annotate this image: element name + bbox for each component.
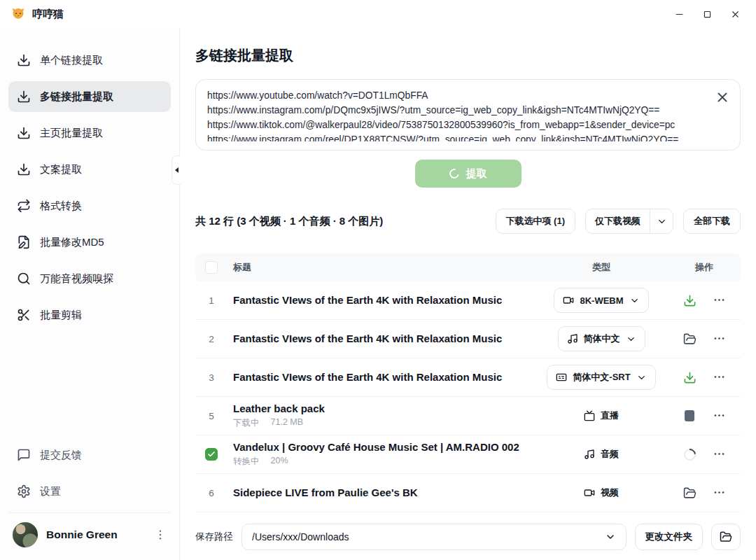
table-body: 1 Fantastic VIews of the Earth 4K with R… bbox=[195, 281, 741, 551]
url-textarea[interactable]: https://www.youtube.com/watch?v=DOT1LmQb… bbox=[207, 88, 708, 141]
row-title: Leather back pack bbox=[233, 402, 535, 416]
minimize-icon bbox=[674, 9, 685, 20]
ellipsis-icon bbox=[713, 370, 726, 384]
folder-open-icon bbox=[720, 531, 732, 543]
sidebar-item-0[interactable]: 单个链接提取 bbox=[8, 45, 171, 76]
download-selected-button[interactable]: 下载选中项 (1) bbox=[496, 209, 576, 234]
summary-row: 共 12 行 (3 个视频 · 1 个音频 · 8 个图片) 下载选中项 (1)… bbox=[195, 209, 741, 234]
download-all-button[interactable]: 全部下载 bbox=[683, 209, 741, 234]
sidebar-item-5[interactable]: 批量修改MD5 bbox=[8, 227, 171, 258]
chevron-down-icon bbox=[629, 295, 640, 306]
sidebar-collapse-handle[interactable] bbox=[172, 155, 181, 185]
sidebar-footer-item-0[interactable]: 提交反馈 bbox=[8, 440, 171, 470]
open-folder-button[interactable] bbox=[682, 332, 696, 346]
message-icon bbox=[17, 448, 31, 462]
url-input-box: https://www.youtube.com/watch?v=DOT1LmQb… bbox=[195, 79, 741, 150]
format-select[interactable]: 8K-WEBM bbox=[554, 288, 648, 313]
sidebar-item-2[interactable]: 主页批量提取 bbox=[8, 118, 171, 148]
app-window: 哼哼猫 单个链接提取 多链接批量提取 主页批量提取 文案提取 格式转换 批量修改… bbox=[0, 0, 756, 560]
search-icon bbox=[17, 272, 31, 286]
progress-spinner bbox=[682, 447, 696, 461]
table-row[interactable]: 6 Sidepiece LIVE from Paulie Gee's BK 视频 bbox=[195, 474, 741, 512]
sidebar-item-3[interactable]: 文案提取 bbox=[8, 154, 171, 185]
user-name: Bonnie Green bbox=[46, 528, 118, 541]
download-button[interactable] bbox=[682, 370, 696, 384]
save-path-select[interactable]: /Users/xxx/Downloads bbox=[241, 524, 626, 550]
titlebar: 哼哼猫 bbox=[0, 0, 756, 28]
sidebar-item-1[interactable]: 多链接批量提取 bbox=[8, 81, 171, 112]
change-folder-label: 更改文件夹 bbox=[645, 531, 693, 542]
more-menu-button[interactable] bbox=[712, 447, 726, 461]
row-detail: 20% bbox=[271, 456, 288, 468]
close-button[interactable] bbox=[727, 6, 743, 22]
header-actions: 操作 bbox=[668, 261, 741, 274]
download-button[interactable] bbox=[682, 293, 696, 307]
download-video-only-button[interactable]: 仅下载视频 bbox=[585, 209, 673, 234]
table-row[interactable]: Vandelux | Groovy Café House Music Set |… bbox=[195, 435, 741, 474]
user-menu-button[interactable] bbox=[154, 528, 167, 541]
page-title: 多链接批量提取 bbox=[195, 46, 741, 65]
table-row[interactable]: 2 Fantastic VIews of the Earth 4K with R… bbox=[195, 320, 741, 358]
download-icon bbox=[17, 126, 31, 140]
format-label: 8K-WEBM bbox=[580, 295, 623, 306]
download-all-label: 全部下载 bbox=[694, 215, 730, 227]
more-menu-button[interactable] bbox=[712, 409, 726, 423]
row-checkbox[interactable] bbox=[205, 448, 218, 461]
select-all-checkbox[interactable] bbox=[205, 261, 218, 274]
clear-input-button[interactable] bbox=[715, 90, 730, 105]
sidebar-item-6[interactable]: 万能音视频嗅探 bbox=[8, 263, 171, 294]
row-index: 1 bbox=[205, 295, 218, 306]
more-menu-button[interactable] bbox=[712, 370, 726, 384]
results-table: 标题 类型 操作 1 Fantastic VIews of the Earth … bbox=[195, 253, 741, 551]
maximize-button[interactable] bbox=[699, 6, 715, 22]
row-detail: 71.2 MB bbox=[271, 417, 304, 429]
row-title: Fantastic VIews of the Earth 4K with Rel… bbox=[233, 371, 535, 384]
table-row[interactable]: 1 Fantastic VIews of the Earth 4K with R… bbox=[195, 281, 741, 320]
row-subtitle: 下载中 71.2 MB bbox=[233, 417, 535, 429]
window-controls bbox=[671, 6, 743, 22]
user-row[interactable]: Bonnie Green bbox=[8, 512, 171, 550]
type-label-group: 视频 bbox=[584, 486, 619, 499]
maximize-icon bbox=[702, 9, 713, 20]
extract-button-label: 提取 bbox=[466, 167, 487, 181]
format-select[interactable]: 简体中文-SRT bbox=[547, 365, 655, 390]
sidebar-nav: 单个链接提取 多链接批量提取 主页批量提取 文案提取 格式转换 批量修改MD5 … bbox=[8, 45, 171, 336]
more-menu-button[interactable] bbox=[712, 293, 726, 307]
app-title: 哼哼猫 bbox=[32, 8, 64, 21]
file-pen-icon bbox=[17, 235, 31, 249]
extract-button[interactable]: 提取 bbox=[415, 160, 522, 188]
avatar bbox=[13, 522, 38, 547]
type-label-group: 音频 bbox=[584, 448, 619, 461]
sidebar-item-4[interactable]: 格式转换 bbox=[8, 190, 171, 221]
close-icon bbox=[730, 9, 741, 20]
sidebar-footer-item-1[interactable]: 设置 bbox=[8, 476, 171, 507]
row-status: 转换中 bbox=[233, 456, 260, 468]
stop-button[interactable] bbox=[682, 409, 696, 423]
minimize-button[interactable] bbox=[671, 6, 687, 22]
repeat-icon bbox=[17, 199, 31, 213]
sidebar-item-7[interactable]: 批量剪辑 bbox=[8, 300, 171, 330]
table-row[interactable]: 5 Leather back pack 下载中 71.2 MB 直播 bbox=[195, 397, 741, 435]
video-only-dropdown-toggle[interactable] bbox=[650, 216, 673, 227]
gear-icon bbox=[17, 484, 31, 498]
row-title: Sidepiece LIVE from Paulie Gee's BK bbox=[233, 486, 535, 500]
open-folder-button[interactable] bbox=[682, 486, 696, 500]
more-menu-button[interactable] bbox=[712, 486, 726, 500]
row-title: Fantastic VIews of the Earth 4K with Rel… bbox=[233, 332, 535, 346]
row-title: Vandelux | Groovy Café House Music Set |… bbox=[233, 441, 535, 454]
sidebar: 单个链接提取 多链接批量提取 主页批量提取 文案提取 格式转换 批量修改MD5 … bbox=[0, 28, 180, 560]
ellipsis-icon bbox=[713, 293, 726, 307]
save-path-value: /Users/xxx/Downloads bbox=[252, 531, 349, 542]
change-folder-button[interactable]: 更改文件夹 bbox=[635, 524, 704, 550]
format-select[interactable]: 简体中文 bbox=[558, 326, 645, 351]
row-title: Fantastic VIews of the Earth 4K with Rel… bbox=[233, 294, 535, 307]
sidebar-footer: 提交反馈 设置 Bonnie Green bbox=[8, 440, 171, 550]
main-content: 多链接批量提取 https://www.youtube.com/watch?v=… bbox=[180, 28, 756, 560]
batch-actions: 下载选中项 (1) 仅下载视频 全部下载 bbox=[496, 209, 741, 234]
more-menu-button[interactable] bbox=[712, 332, 726, 346]
loading-spinner-icon bbox=[447, 167, 461, 180]
table-row[interactable]: 3 Fantastic VIews of the Earth 4K with R… bbox=[195, 358, 741, 397]
download-icon bbox=[17, 53, 31, 67]
open-save-folder-button[interactable] bbox=[711, 524, 741, 550]
type-label: 直播 bbox=[601, 410, 619, 422]
